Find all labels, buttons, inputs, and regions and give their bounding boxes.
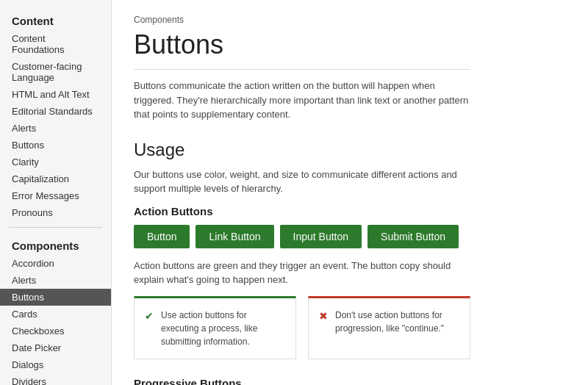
sidebar-divider: [9, 227, 102, 228]
do-box-content: ✔ Use action buttons for executing a pro…: [145, 309, 285, 348]
sidebar-item-pronouns[interactable]: Pronouns: [0, 204, 111, 221]
usage-section-title: Usage: [134, 140, 470, 160]
sidebar-item-alerts[interactable]: Alerts: [0, 120, 111, 137]
sidebar-item-editorial-standards[interactable]: Editorial Standards: [0, 103, 111, 120]
progressive-buttons-subtitle: Progressive Buttons: [134, 377, 470, 386]
sidebar-item-capitalization[interactable]: Capitalization: [0, 170, 111, 187]
sidebar-item-html-and-alt-text[interactable]: HTML and Alt Text: [0, 86, 111, 103]
sidebar-item-clarity[interactable]: Clarity: [0, 154, 111, 170]
sidebar-content-section: Content FoundationsCustomer-facing Langu…: [0, 30, 111, 221]
sidebar-item-dialogs[interactable]: Dialogs: [0, 356, 111, 373]
page-description: Buttons communicate the action written o…: [134, 79, 470, 122]
do-dont-row: ✔ Use action buttons for executing a pro…: [134, 296, 470, 359]
dont-box: ✖ Don't use action buttons for progressi…: [308, 296, 470, 359]
sidebar-item-content-foundations[interactable]: Content Foundations: [0, 30, 111, 58]
action-btn-button[interactable]: Button: [134, 225, 190, 248]
sidebar: Content Content FoundationsCustomer-faci…: [0, 0, 112, 385]
sidebar-item-customer-facing-language[interactable]: Customer-facing Language: [0, 58, 111, 86]
action-buttons-description: Action buttons are green and they trigge…: [134, 259, 470, 287]
sidebar-item-date-picker[interactable]: Date Picker: [0, 339, 111, 356]
action-buttons-subtitle: Action Buttons: [134, 205, 470, 217]
sidebar-item-buttons[interactable]: Buttons: [0, 289, 111, 306]
dont-box-content: ✖ Don't use action buttons for progressi…: [319, 309, 459, 335]
page-title: Buttons: [134, 29, 470, 70]
action-buttons-row: ButtonLink ButtonInput ButtonSubmit Butt…: [134, 225, 470, 248]
sidebar-item-error-messages[interactable]: Error Messages: [0, 187, 111, 204]
usage-description: Our buttons use color, weight, and size …: [134, 168, 470, 196]
do-text: Use action buttons for executing a proce…: [161, 309, 285, 348]
sidebar-components-header: Components: [0, 234, 111, 255]
do-box: ✔ Use action buttons for executing a pro…: [134, 296, 296, 359]
sidebar-item-cards[interactable]: Cards: [0, 306, 111, 323]
sidebar-content-header: Content: [0, 9, 111, 30]
content-area: Components Buttons Buttons communicate t…: [112, 0, 588, 385]
action-btn-submit-button[interactable]: Submit Button: [368, 225, 459, 248]
sidebar-item-checkboxes[interactable]: Checkboxes: [0, 323, 111, 339]
do-icon: ✔: [145, 309, 154, 324]
toc: [492, 0, 588, 385]
action-btn-input-button[interactable]: Input Button: [280, 225, 362, 248]
sidebar-item-buttons[interactable]: Buttons: [0, 137, 111, 154]
action-btn-link-button[interactable]: Link Button: [196, 225, 273, 248]
main-content: Components Buttons Buttons communicate t…: [112, 0, 492, 385]
sidebar-item-dividers[interactable]: Dividers: [0, 373, 111, 385]
sidebar-components-section: AccordionAlertsButtonsCardsCheckboxesDat…: [0, 255, 111, 385]
sidebar-item-accordion[interactable]: Accordion: [0, 255, 111, 272]
dont-text: Don't use action buttons for progression…: [335, 309, 459, 335]
breadcrumb: Components: [134, 15, 470, 25]
sidebar-item-alerts[interactable]: Alerts: [0, 272, 111, 289]
dont-icon: ✖: [319, 309, 328, 324]
